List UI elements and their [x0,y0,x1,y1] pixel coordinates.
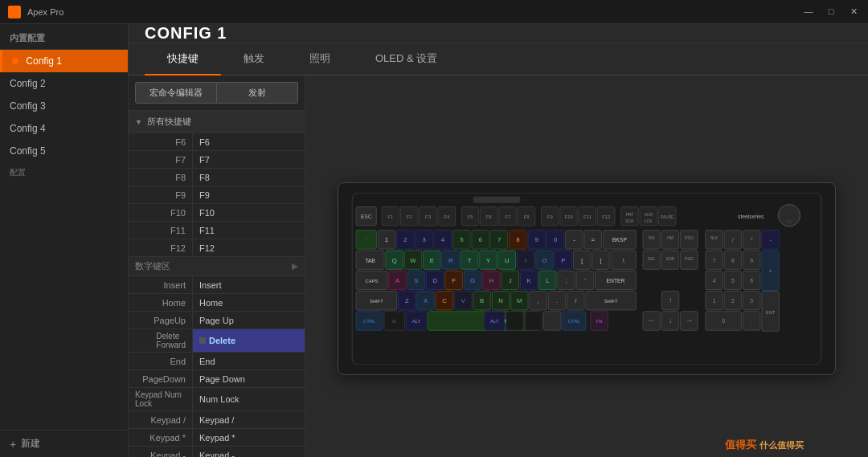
svg-text:U: U [505,257,510,264]
svg-text:PGD: PGD [685,257,694,261]
svg-text:7: 7 [713,258,716,263]
svg-text:6: 6 [479,236,482,243]
tab-shortcuts[interactable]: 快捷键 [145,43,221,75]
svg-text:B: B [480,297,484,304]
svg-text:HM: HM [667,236,674,240]
sidebar-header-label: 内置配置 [10,33,45,43]
tab-trigger[interactable]: 触发 [221,43,287,75]
svg-text:]: ] [600,258,602,264]
all-shortcuts-header[interactable]: ▼ 所有快捷键 [129,111,305,133]
tab-oled[interactable]: OLED & 设置 [353,43,460,75]
fire-button[interactable]: 发射 [217,82,298,104]
tab-lighting[interactable]: 照明 [287,43,353,75]
svg-text:/: / [575,298,576,304]
svg-text:`: ` [366,237,367,243]
config-item-5[interactable]: Config 5 [0,140,128,162]
config-item-4[interactable]: Config 4 [0,117,128,140]
key-label: F10 [129,204,193,221]
config-label-4: Config 4 [10,123,46,134]
svg-text:I: I [525,257,526,264]
svg-text:/: / [732,237,734,243]
config-item-1[interactable]: Config 1 [0,50,128,72]
svg-text:NLK: NLK [710,236,719,240]
key-label: Keypad - [129,447,193,457]
svg-text:END: END [666,257,675,261]
table-row: DeleteForward Delete [129,329,305,353]
topbar: CONFIG 1 [129,24,868,43]
sidebar-header: 内置配置 [0,24,128,50]
svg-text:CTRL: CTRL [568,319,581,324]
key-label: F11 [129,222,193,239]
minimize-button[interactable]: — [802,6,815,17]
key-label: F7 [129,151,193,168]
svg-text:-: - [573,236,575,243]
svg-rect-200 [506,312,523,330]
macro-editor-button[interactable]: 宏命令编辑器 [135,82,217,104]
table-row: F7 F7 [129,151,305,169]
svg-text:ALT: ALT [412,319,421,324]
svg-text:M: M [517,297,522,304]
svg-text:Y: Y [486,257,491,264]
svg-text:F11: F11 [583,214,592,219]
key-label: Insert [129,276,193,293]
svg-text:F10: F10 [565,214,574,219]
svg-text:.: . [556,298,558,304]
svg-text:F7: F7 [505,214,510,219]
watermark: 值得买 什么值得买 [725,438,804,452]
svg-text:;: ; [566,278,567,284]
svg-text:N: N [498,297,503,304]
config-label-1: Config 1 [26,55,62,67]
svg-text:T: T [468,257,472,264]
config-item-3[interactable]: Config 3 [0,95,128,117]
key-label: F8 [129,169,193,186]
key-value: Keypad / [193,411,305,428]
numpad-section-header: 数字键区 ▶ [129,257,305,276]
svg-text:INS: INS [649,236,656,240]
svg-text:E: E [430,257,434,264]
collapse-icon: ▼ [135,118,142,126]
shortcut-panel: 宏命令编辑器 发射 ▼ 所有快捷键 F6 F6 F7 F7 [129,75,305,457]
svg-text:1: 1 [713,298,716,304]
app-title: Apex Pro [27,7,802,17]
sidebar-bottom: + 新建 [0,430,128,457]
svg-text:=: = [592,236,596,243]
svg-text:F12: F12 [602,214,610,219]
svg-text:ENTER: ENTER [606,278,624,284]
svg-rect-1 [473,197,520,203]
key-value-pagedown: Page Down [193,370,305,387]
svg-text:.: . [751,318,752,324]
table-row: F11 F11 [129,222,305,239]
active-dot [12,58,18,64]
keyboard-svg: ESC F1 F2 F3 F4 F5 F6 [348,193,825,365]
svg-text:F2: F2 [407,214,412,219]
add-new-button[interactable]: + 新建 [10,437,118,451]
keyboard-visual: ESC F1 F2 F3 F4 F5 F6 [338,182,836,375]
key-label: End [129,353,193,369]
svg-text:CAPS: CAPS [366,279,379,284]
key-label: F12 [129,239,193,256]
svg-text:SCR: SCR [625,219,634,223]
close-button[interactable]: ✕ [847,6,860,17]
key-value: F9 [193,186,305,203]
table-row: Home Home [129,294,305,312]
svg-text:P: P [561,257,565,264]
content-area: 宏命令编辑器 发射 ▼ 所有快捷键 F6 F6 F7 F7 [129,75,868,457]
key-value: Page Up [193,312,305,328]
svg-text:SCR: SCR [645,213,653,217]
table-row: F10 F10 [129,204,305,222]
maximize-button[interactable]: □ [825,6,837,17]
config-item-2[interactable]: Config 2 [0,72,128,95]
config-label-2: Config 2 [10,78,46,89]
shortcut-list[interactable]: F6 F6 F7 F7 F8 F8 F9 F9 [129,133,305,457]
svg-text:W: W [410,257,416,264]
svg-text:F6: F6 [486,214,492,219]
titlebar: Apex Pro — □ ✕ [0,0,868,24]
svg-rect-202 [544,312,561,330]
table-row: F8 F8 [129,169,305,186]
numpad-expand-icon: ▶ [292,261,298,271]
app-icon [8,6,21,18]
svg-text:*: * [751,237,753,243]
svg-text:9: 9 [750,258,753,263]
svg-text:K: K [526,277,531,284]
svg-text:4: 4 [713,278,716,284]
